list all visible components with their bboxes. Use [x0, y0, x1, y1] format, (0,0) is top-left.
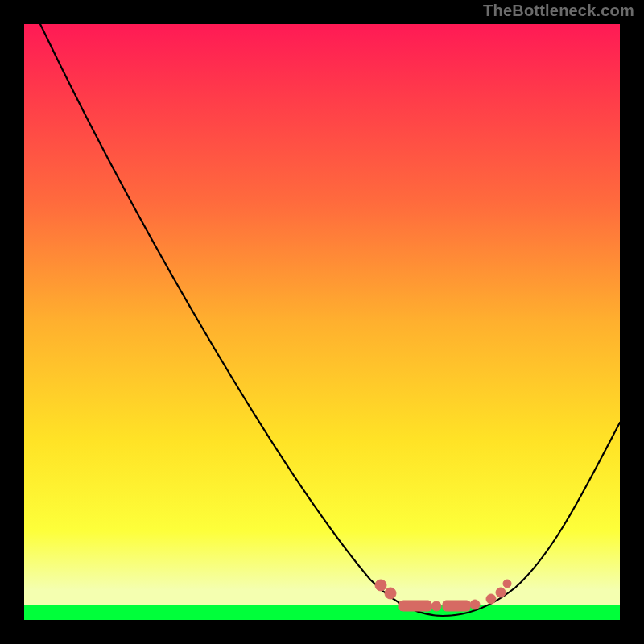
heat-gradient-bg [24, 24, 620, 620]
green-optimal-band [24, 605, 620, 620]
marker-dot [496, 588, 506, 597]
attribution-text: TheBottleneck.com [483, 2, 634, 20]
marker-dot [470, 600, 480, 609]
marker-dot [431, 601, 441, 611]
chart-frame: TheBottleneck.com [0, 0, 644, 644]
marker-dot [486, 594, 496, 604]
bottleneck-chart-svg [24, 24, 620, 620]
marker-dot [375, 580, 386, 591]
marker-dot [385, 588, 396, 599]
marker-dot [503, 580, 511, 588]
marker-pill [443, 601, 470, 611]
plot-area [24, 24, 620, 620]
marker-pill [399, 601, 431, 611]
